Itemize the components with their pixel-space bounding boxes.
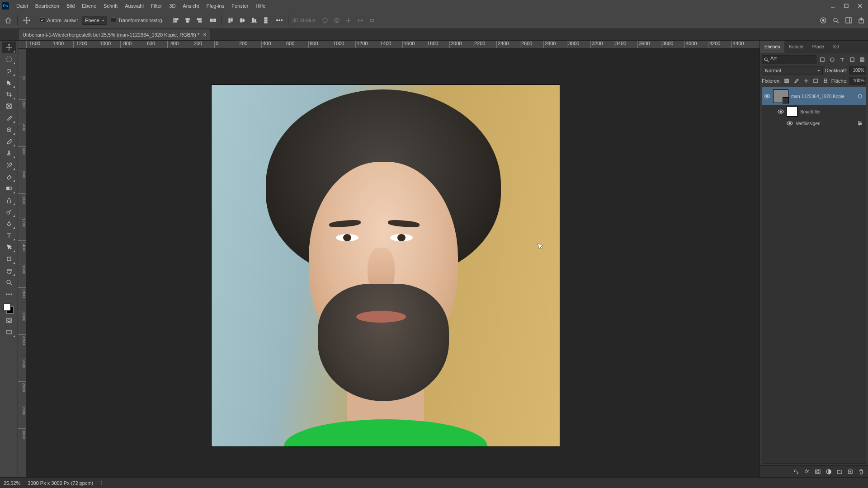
lasso-tool[interactable] [2,65,16,77]
screen-mode-button[interactable] [2,326,16,338]
gradient-tool[interactable] [2,183,16,194]
path-select-tool[interactable] [2,241,16,253]
menu-auswahl[interactable]: Auswahl [121,0,147,12]
eyedropper-tool[interactable] [2,112,16,124]
lock-artboard-icon[interactable] [812,77,820,85]
frame-tool[interactable] [2,100,16,112]
blend-mode-dropdown[interactable]: Normal [762,66,823,75]
fill-input[interactable]: 100% [849,77,866,85]
filter-pixel-icon[interactable] [818,56,826,64]
marquee-tool[interactable] [2,53,16,65]
quick-mask-button[interactable] [2,314,16,326]
window-close-button[interactable] [854,2,866,10]
lock-transparency-icon[interactable] [783,77,791,85]
smartfilter-mask-thumbnail[interactable] [787,107,797,117]
lock-position-icon[interactable] [802,77,810,85]
menu-bearbeiten[interactable]: Bearbeiten [32,0,63,12]
auto-select-target-dropdown[interactable]: Ebene [82,16,107,25]
window-maximize-button[interactable] [840,2,853,10]
link-layers-icon[interactable] [792,468,800,476]
eraser-tool[interactable] [2,171,16,183]
menu-3d[interactable]: 3D [165,0,179,12]
menu-bild[interactable]: Bild [63,0,78,12]
menu-plugins[interactable]: Plug-ins [203,0,228,12]
zoom-level-label[interactable]: 25,52% [4,480,20,486]
color-swatches[interactable] [3,302,15,314]
close-tab-icon[interactable]: × [203,32,206,38]
new-layer-icon[interactable] [846,468,854,476]
menu-schrift[interactable]: Schrift [100,0,121,12]
hand-tool[interactable] [2,265,16,277]
tab-ebenen[interactable]: Ebenen [760,41,784,53]
document-tab[interactable]: Unbenannt-1-Wiederhergestellt bei 25,5% … [19,29,210,40]
filter-type-icon[interactable] [838,56,846,64]
healing-tool[interactable] [2,124,16,136]
window-minimize-button[interactable] [826,2,839,10]
vertical-ruler[interactable]: 0200400600800100012001400160018002000220… [18,49,26,477]
filter-visibility-icon[interactable] [787,120,793,127]
align-bottom-button[interactable] [249,15,259,25]
smartfilter-visibility-icon[interactable] [778,108,784,115]
more-align-button[interactable] [274,15,284,25]
share-icon[interactable] [857,16,865,24]
workspace-icon[interactable] [844,16,853,24]
search-icon[interactable] [832,16,840,24]
move-tool[interactable] [2,42,16,53]
layer-filter-dropdown[interactable]: Art [762,55,816,64]
layer-name-label[interactable]: man-1122364_1920 Kopie [791,94,844,99]
layer-mask-icon[interactable] [814,468,822,476]
delete-layer-icon[interactable] [857,468,865,476]
quick-select-tool[interactable] [2,77,16,89]
smartfilter-row[interactable]: Smartfilter [762,105,866,118]
filter-shape-icon[interactable] [848,56,856,64]
menu-filter[interactable]: Filter [147,0,165,12]
align-center-h-button[interactable] [183,15,193,25]
type-tool[interactable] [2,230,16,241]
dodge-tool[interactable] [2,206,16,218]
align-center-v-button[interactable] [237,15,247,25]
filter-adjust-icon[interactable] [828,56,836,64]
transform-controls-checkbox[interactable]: Transformationsstrg. [111,18,163,23]
adjustment-layer-icon[interactable] [825,468,833,476]
brush-tool[interactable] [2,136,16,147]
layer-visibility-icon[interactable] [764,93,770,99]
document-viewport[interactable] [26,49,760,477]
stamp-tool[interactable] [2,147,16,159]
menu-ansicht[interactable]: Ansicht [179,0,203,12]
filter-smart-icon[interactable] [858,56,866,64]
distribute-h-button[interactable] [208,15,218,25]
tab-kanaele[interactable]: Kanäle [784,41,807,53]
menu-datei[interactable]: Datei [13,0,32,12]
layer-thumbnail[interactable] [773,89,788,103]
align-top-button[interactable] [226,15,236,25]
history-brush-tool[interactable] [2,159,16,171]
align-right-button[interactable] [194,15,204,25]
menu-hilfe[interactable]: Hilfe [252,0,269,12]
menu-fenster[interactable]: Fenster [228,0,252,12]
menu-ebene[interactable]: Ebene [78,0,100,12]
ruler-origin[interactable] [18,41,26,49]
layer-style-icon[interactable]: fx [803,468,811,476]
align-left-button[interactable] [171,15,181,25]
status-expand-icon[interactable]: 〉 [100,479,105,486]
zoom-tool[interactable] [2,277,16,288]
doc-info-label[interactable]: 3000 Px x 3000 Px (72 ppcm) [28,480,93,486]
layer-group-icon[interactable] [835,468,844,476]
shape-tool[interactable] [2,253,16,265]
blur-tool[interactable] [2,194,16,206]
distribute-v-button[interactable] [261,15,271,25]
tab-3d[interactable]: 3D [829,41,844,53]
home-button[interactable] [3,15,14,26]
filter-liquify-row[interactable]: Verflüssigen [762,118,866,129]
horizontal-ruler[interactable]: -1600-1400-1200-1000-800-600-400-2000200… [26,41,760,49]
edit-toolbar-button[interactable] [2,288,16,300]
lock-all-icon[interactable] [821,77,830,85]
auto-select-checkbox[interactable]: Autom. ausw.: [40,18,78,23]
tab-pfade[interactable]: Pfade [808,41,829,53]
crop-tool[interactable] [2,89,16,100]
pen-tool[interactable] [2,218,16,230]
cloud-docs-icon[interactable] [819,16,827,24]
filter-blend-options-icon[interactable] [856,119,864,127]
opacity-input[interactable]: 100% [849,66,866,75]
layer-row[interactable]: man-1122364_1920 Kopie [762,87,866,105]
